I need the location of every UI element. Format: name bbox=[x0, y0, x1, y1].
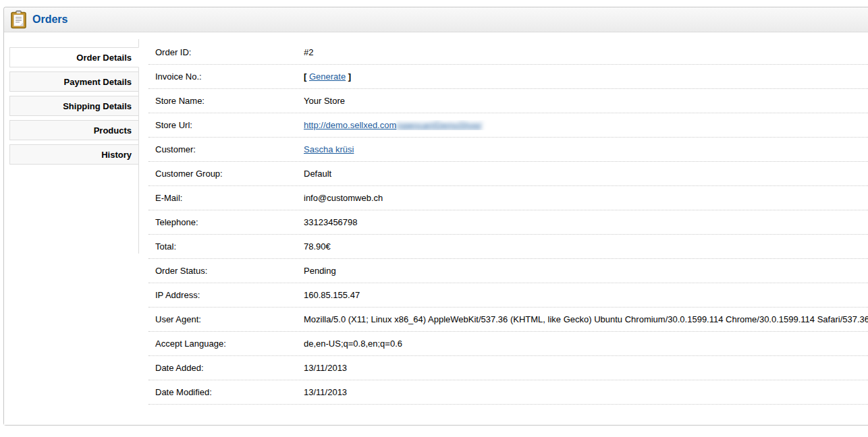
accept-language-label: Accept Language: bbox=[155, 339, 304, 349]
user-agent-value: Mozilla/5.0 (X11; Linux x86_64) AppleWeb… bbox=[304, 314, 868, 324]
tab-order-details[interactable]: Order Details bbox=[9, 47, 139, 67]
row-telephone: Telephone: 33123456798 bbox=[148, 210, 868, 235]
row-customer-group: Customer Group: Default bbox=[148, 162, 868, 186]
store-name-value: Your Store bbox=[304, 96, 868, 106]
store-url-obscured-part: /opencart/DemoShop/ bbox=[396, 120, 481, 130]
tab-history[interactable]: History bbox=[9, 144, 139, 165]
row-customer: Customer: Sascha krüsi bbox=[148, 138, 868, 162]
order-status-label: Order Status: bbox=[155, 266, 304, 276]
ip-address-label: IP Address: bbox=[155, 290, 304, 300]
panel-header: Orders bbox=[4, 7, 868, 32]
date-added-value: 13/11/2013 bbox=[304, 363, 868, 373]
tab-products[interactable]: Products bbox=[9, 120, 139, 140]
row-order-status: Order Status: Pending bbox=[148, 259, 868, 283]
row-accept-language: Accept Language: de,en-US;q=0.8,en;q=0.6 bbox=[148, 332, 868, 356]
store-url-visible-part: http://demo.sellxed.com bbox=[304, 120, 396, 130]
telephone-label: Telephone: bbox=[155, 217, 304, 227]
orders-page: Orders Order Details Payment Details Shi… bbox=[0, 0, 868, 437]
customer-label: Customer: bbox=[155, 144, 304, 154]
ip-address-value: 160.85.155.47 bbox=[304, 290, 868, 300]
row-email: E-Mail: info@customweb.ch bbox=[148, 186, 868, 210]
orders-panel: Orders Order Details Payment Details Shi… bbox=[3, 7, 868, 426]
row-total: Total: 78.90€ bbox=[148, 235, 868, 259]
bracket-close: ] bbox=[348, 71, 351, 82]
date-modified-value: 13/11/2013 bbox=[304, 387, 868, 397]
row-date-added: Date Added: 13/11/2013 bbox=[148, 356, 868, 380]
customer-link[interactable]: Sascha krüsi bbox=[304, 144, 354, 154]
accept-language-value: de,en-US;q=0.8,en;q=0.6 bbox=[304, 339, 868, 349]
order-details-list: Order ID: #2 Invoice No.: [ Generate ] S… bbox=[148, 40, 868, 405]
customer-value: Sascha krüsi bbox=[304, 144, 868, 154]
date-modified-label: Date Modified: bbox=[155, 387, 304, 397]
page-title: Orders bbox=[32, 13, 67, 26]
panel-content: Order Details Payment Details Shipping D… bbox=[4, 32, 868, 425]
total-value: 78.90€ bbox=[304, 241, 868, 252]
customer-group-value: Default bbox=[304, 169, 868, 179]
email-label: E-Mail: bbox=[155, 193, 304, 203]
row-invoice-no: Invoice No.: [ Generate ] bbox=[148, 65, 868, 89]
tab-shipping-details[interactable]: Shipping Details bbox=[9, 96, 139, 116]
telephone-value: 33123456798 bbox=[304, 217, 868, 227]
store-url-link[interactable]: http://demo.sellxed.com/opencart/DemoSho… bbox=[304, 120, 482, 130]
order-status-value: Pending bbox=[304, 266, 868, 276]
row-order-id: Order ID: #2 bbox=[148, 40, 868, 65]
row-ip-address: IP Address: 160.85.155.47 bbox=[148, 283, 868, 308]
row-store-name: Store Name: Your Store bbox=[148, 89, 868, 113]
clipboard-icon bbox=[10, 10, 27, 29]
bracket-open: [ bbox=[304, 71, 306, 82]
invoice-no-label: Invoice No.: bbox=[155, 71, 304, 82]
row-user-agent: User Agent: Mozilla/5.0 (X11; Linux x86_… bbox=[148, 308, 868, 332]
store-name-label: Store Name: bbox=[155, 96, 304, 106]
row-store-url: Store Url: http://demo.sellxed.com/openc… bbox=[148, 113, 868, 138]
store-url-label: Store Url: bbox=[155, 120, 304, 130]
store-url-value: http://demo.sellxed.com/opencart/DemoSho… bbox=[304, 120, 868, 130]
email-value: info@customweb.ch bbox=[304, 193, 868, 203]
total-label: Total: bbox=[155, 241, 304, 252]
tab-payment-details[interactable]: Payment Details bbox=[9, 71, 139, 92]
date-added-label: Date Added: bbox=[155, 363, 304, 373]
row-date-modified: Date Modified: 13/11/2013 bbox=[148, 380, 868, 405]
user-agent-label: User Agent: bbox=[155, 314, 304, 324]
invoice-no-value: [ Generate ] bbox=[304, 71, 868, 82]
order-tabs: Order Details Payment Details Shipping D… bbox=[9, 47, 139, 169]
generate-invoice-link[interactable]: Generate bbox=[309, 71, 346, 82]
order-id-label: Order ID: bbox=[155, 47, 304, 57]
customer-group-label: Customer Group: bbox=[155, 169, 304, 179]
order-id-value: #2 bbox=[304, 47, 868, 57]
